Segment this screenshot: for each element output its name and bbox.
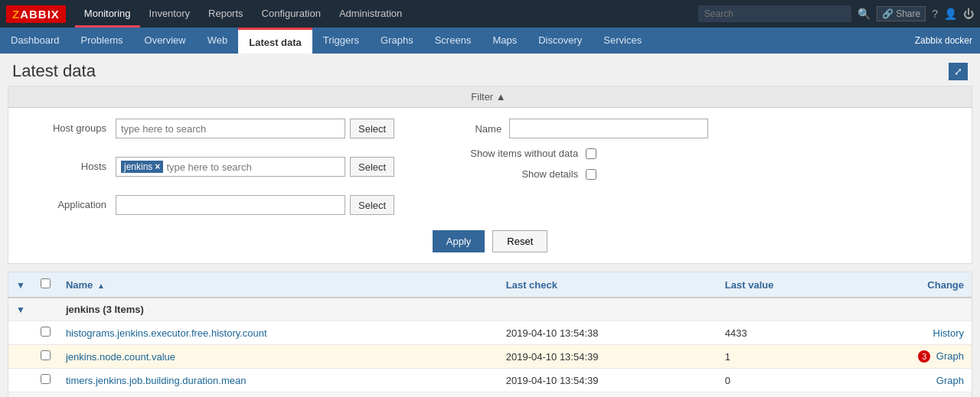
help-icon[interactable]: ? [932, 8, 938, 20]
show-without-data-label: Show items without data [440, 148, 578, 159]
nav-inventory[interactable]: Inventory [140, 0, 199, 28]
subnav-overview[interactable]: Overview [134, 28, 197, 54]
show-details-checkbox[interactable] [586, 169, 596, 180]
hosts-select-button[interactable]: Select [350, 157, 394, 177]
row2-name: jenkins.node.count.value [58, 345, 498, 369]
table-row: jenkins.node.count.value 2019-04-10 13:5… [8, 345, 972, 369]
row3-name-link[interactable]: timers.jenkins.job.building.duration.mea… [66, 375, 247, 386]
row2-name-link[interactable]: jenkins.node.count.value [66, 351, 175, 363]
nav-monitoring[interactable]: Monitoring [75, 0, 140, 28]
show-without-data-row: Show items without data [440, 148, 708, 159]
subnav-discovery[interactable]: Discovery [528, 28, 593, 54]
filter-toggle[interactable]: Filter ▲ [8, 86, 972, 108]
nav-administration[interactable]: Administration [330, 0, 411, 28]
subnav-services[interactable]: Services [593, 28, 652, 54]
row1-action-link[interactable]: History [933, 327, 964, 339]
row2-action-link[interactable]: Graph [936, 350, 964, 362]
hosts-search-inner[interactable] [166, 161, 340, 173]
subnav-dashboard[interactable]: Dashboard [0, 28, 70, 54]
row3-checkbox[interactable] [33, 369, 58, 392]
th-last-check: Last check [498, 272, 717, 298]
th-last-value: Last value [717, 272, 848, 298]
nav-reports[interactable]: Reports [199, 0, 253, 28]
application-label: Application [24, 195, 116, 210]
row2-collapse [8, 345, 33, 369]
th-collapse: ▼ [8, 272, 33, 298]
show-details-label: Show details [440, 168, 578, 180]
hosts-input-group: jenkins × Select [116, 157, 394, 177]
collapse-all-icon[interactable]: ▼ [16, 280, 25, 291]
host-groups-label: Host groups [24, 119, 116, 134]
application-input[interactable] [116, 195, 345, 215]
data-table-wrapper: ▼ Name ▲ Last check Last value Change ▼ … [8, 272, 972, 397]
top-nav-links: Monitoring Inventory Reports Configurati… [75, 0, 698, 28]
group-row-jenkins: ▼ jenkins (3 Items) [8, 298, 972, 321]
subnav-triggers[interactable]: Triggers [312, 28, 370, 54]
filter-right-column: Name Show items without data Show detail… [440, 119, 708, 180]
user-icon[interactable]: 👤 [944, 8, 957, 20]
row2-last-check: 2019-04-10 13:54:39 [498, 345, 717, 369]
row1-last-value: 4433 [717, 321, 848, 345]
subnav-problems[interactable]: Problems [70, 28, 134, 54]
group-label-other: - other - (1 Item) [58, 392, 972, 398]
show-without-data-checkbox[interactable] [586, 148, 596, 159]
reset-button[interactable]: Reset [492, 230, 547, 252]
group-row-other: ▼ - other - (1 Item) [8, 392, 972, 398]
select-all-checkbox[interactable] [41, 278, 51, 288]
subnav-web[interactable]: Web [197, 28, 239, 54]
logo-abbix: ABBIX [20, 8, 60, 21]
sub-navigation: Dashboard Problems Overview Web Latest d… [0, 28, 980, 54]
subnav-latest-data[interactable]: Latest data [238, 28, 312, 54]
search-icon[interactable]: 🔍 [858, 8, 871, 20]
page-header: Latest data ⤢ [0, 54, 980, 86]
expand-button[interactable]: ⤢ [949, 63, 968, 80]
row3-last-check: 2019-04-10 13:54:39 [498, 369, 717, 392]
application-row: Application Select [24, 195, 394, 215]
row3-action-link[interactable]: Graph [936, 375, 964, 386]
group-chevron-other[interactable]: ▼ [8, 392, 33, 398]
row1-link: History [848, 321, 972, 345]
filter-section: Filter ▲ Host groups Select Hosts [8, 86, 972, 264]
name-row: Name [440, 119, 708, 138]
share-label: Share [896, 8, 920, 19]
application-select-button[interactable]: Select [350, 195, 394, 215]
logo-z: Z [12, 8, 20, 21]
subnav-graphs[interactable]: Graphs [370, 28, 424, 54]
jenkins-tag: jenkins × [121, 161, 163, 173]
search-input[interactable] [698, 5, 851, 22]
hosts-tag-input[interactable]: jenkins × [116, 157, 345, 177]
row1-name-link[interactable]: histograms.jenkins.executor.free.history… [66, 327, 267, 339]
badge-3: 3 [918, 350, 930, 363]
share-icon: 🔗 [882, 8, 893, 19]
row2-checkbox[interactable] [33, 345, 58, 369]
share-button[interactable]: 🔗 Share [877, 6, 926, 21]
table-row: timers.jenkins.job.building.duration.mea… [8, 369, 972, 392]
host-groups-input[interactable] [116, 119, 345, 138]
zabbix-logo[interactable]: ZABBIX [6, 5, 66, 23]
filter-body: Host groups Select Hosts jenkins × [8, 108, 972, 263]
top-nav-right: 🔍 🔗 Share ? 👤 ⏻ [698, 5, 974, 22]
group-chevron-jenkins[interactable]: ▼ [8, 298, 33, 321]
th-name[interactable]: Name ▲ [58, 272, 498, 298]
filter-buttons: Apply Reset [24, 230, 956, 252]
hosts-row: Hosts jenkins × Select [24, 157, 394, 177]
jenkins-tag-remove[interactable]: × [155, 161, 160, 172]
top-navigation: ZABBIX Monitoring Inventory Reports Conf… [0, 0, 980, 28]
power-icon[interactable]: ⏻ [963, 8, 974, 20]
subnav-maps[interactable]: Maps [482, 28, 528, 54]
host-groups-input-group: Select [116, 119, 394, 138]
subnav-screens[interactable]: Screens [424, 28, 482, 54]
row2-last-value: 1 [717, 345, 848, 369]
row1-checkbox[interactable] [33, 321, 58, 345]
nav-configuration[interactable]: Configuration [253, 0, 330, 28]
row3-last-value: 0 [717, 369, 848, 392]
table-row: histograms.jenkins.executor.free.history… [8, 321, 972, 345]
apply-button[interactable]: Apply [433, 230, 485, 252]
row3-link: Graph [848, 369, 972, 392]
name-input[interactable] [509, 119, 708, 138]
host-groups-select-button[interactable]: Select [350, 119, 394, 138]
filter-columns: Host groups Select Hosts jenkins × [24, 119, 956, 224]
host-groups-row: Host groups Select [24, 119, 394, 138]
row2-link: 3 Graph [848, 345, 972, 369]
filter-toggle-label: Filter ▲ [471, 91, 505, 103]
